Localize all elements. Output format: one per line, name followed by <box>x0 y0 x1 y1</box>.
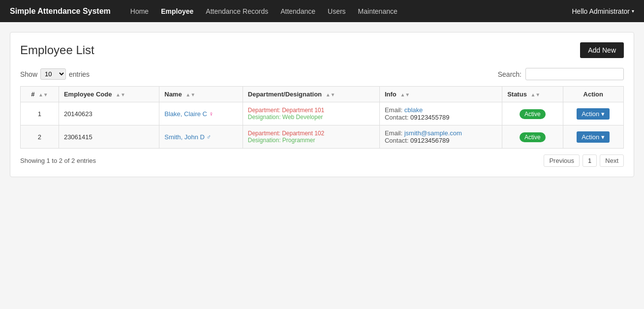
nav-link-attendance-records[interactable]: Attendance Records <box>201 2 273 20</box>
cell-name-0: Blake, Claire C ♀ <box>159 102 243 125</box>
table-header-row: # ▲▼ Employee Code ▲▼ Name ▲▼ Department… <box>21 87 624 102</box>
user-dropdown-arrow: ▾ <box>632 8 634 14</box>
cell-dept-0: Department: Department 101 Designation: … <box>243 102 379 125</box>
nav-item-attendance[interactable]: Attendance <box>276 2 320 20</box>
action-dropdown-arrow-0: ▾ <box>601 110 605 118</box>
dept-line-1: Department: Department 102 <box>248 130 374 137</box>
page-title: Employee List <box>20 43 94 57</box>
pagination: Previous 1 Next <box>544 154 624 167</box>
cell-status-1: Active <box>502 125 563 149</box>
action-button-0[interactable]: Action ▾ <box>577 108 610 120</box>
desig-line-0: Designation: Web Developer <box>248 114 374 121</box>
search-box: Search: <box>498 68 624 80</box>
employee-table: # ▲▼ Employee Code ▲▼ Name ▲▼ Department… <box>20 86 624 149</box>
entries-label: entries <box>69 70 90 78</box>
info-contact-1: Contact: 09123456789 <box>385 137 497 144</box>
sort-icon-dept: ▲▼ <box>326 92 336 97</box>
sort-icon-name: ▲▼ <box>185 92 195 97</box>
user-menu[interactable]: Hello Administrator ▾ <box>572 7 635 15</box>
next-button[interactable]: Next <box>600 154 624 167</box>
main-content: Employee List Add New Show 10 25 50 100 … <box>0 22 644 187</box>
info-contact-0: Contact: 09123455789 <box>385 114 497 121</box>
info-email-1: Email: jsmith@sample.com <box>385 129 497 137</box>
cell-code-0: 20140623 <box>59 102 159 125</box>
nav-link-home[interactable]: Home <box>125 2 153 20</box>
desig-line-1: Designation: Programmer <box>248 137 374 144</box>
show-label: Show <box>20 70 37 78</box>
info-email-0: Email: cblake <box>385 106 497 114</box>
nav-link-maintenance[interactable]: Maintenance <box>353 2 402 20</box>
table-body: 1 20140623 Blake, Claire C ♀ Department:… <box>21 102 624 149</box>
current-page: 1 <box>583 154 597 167</box>
status-badge-0: Active <box>520 109 546 119</box>
table-footer: Showing 1 to 2 of 2 entries Previous 1 N… <box>20 154 624 167</box>
nav-item-attendance-records[interactable]: Attendance Records <box>201 2 273 20</box>
app-brand: Simple Attendance System <box>10 7 111 16</box>
gender-icon-1: ♂ <box>207 133 212 141</box>
col-info[interactable]: Info ▲▼ <box>379 87 502 102</box>
action-dropdown-arrow-1: ▾ <box>601 133 605 141</box>
nav-link-attendance[interactable]: Attendance <box>276 2 320 20</box>
entries-select[interactable]: 10 25 50 100 <box>40 68 66 80</box>
action-button-1[interactable]: Action ▾ <box>577 131 610 143</box>
table-row: 1 20140623 Blake, Claire C ♀ Department:… <box>21 102 624 125</box>
employee-name-link-0[interactable]: Blake, Claire C <box>164 110 207 118</box>
nav-menu: Home Employee Attendance Records Attenda… <box>125 2 572 20</box>
search-label: Search: <box>498 70 521 78</box>
user-greeting: Hello Administrator <box>572 7 630 15</box>
card-header: Employee List Add New <box>20 42 624 58</box>
col-dept-desig[interactable]: Department/Designation ▲▼ <box>243 87 379 102</box>
cell-num-1: 2 <box>21 125 59 149</box>
col-employee-code[interactable]: Employee Code ▲▼ <box>59 87 159 102</box>
sort-icon-info: ▲▼ <box>400 92 410 97</box>
cell-code-1: 23061415 <box>59 125 159 149</box>
col-name[interactable]: Name ▲▼ <box>159 87 243 102</box>
col-status[interactable]: Status ▲▼ <box>502 87 563 102</box>
add-new-button[interactable]: Add New <box>580 42 624 58</box>
employee-name-link-1[interactable]: Smith, John D <box>164 133 205 141</box>
dept-line-0: Department: Department 101 <box>248 107 374 114</box>
col-num[interactable]: # ▲▼ <box>21 87 59 102</box>
nav-link-employee[interactable]: Employee <box>156 2 198 20</box>
previous-button[interactable]: Previous <box>544 154 580 167</box>
cell-dept-1: Department: Department 102 Designation: … <box>243 125 379 149</box>
nav-item-maintenance[interactable]: Maintenance <box>353 2 402 20</box>
sort-icon-num: ▲▼ <box>38 92 48 97</box>
sort-icon-status: ▲▼ <box>530 92 540 97</box>
navbar: Simple Attendance System Home Employee A… <box>0 0 644 22</box>
search-input[interactable] <box>525 68 624 80</box>
cell-name-1: Smith, John D ♂ <box>159 125 243 149</box>
cell-info-0: Email: cblake Contact: 09123455789 <box>379 102 502 125</box>
status-badge-1: Active <box>520 132 546 142</box>
cell-status-0: Active <box>502 102 563 125</box>
cell-action-1: Action ▾ <box>563 125 623 149</box>
gender-icon-0: ♀ <box>209 110 214 118</box>
nav-link-users[interactable]: Users <box>323 2 351 20</box>
table-row: 2 23061415 Smith, John D ♂ Department: D… <box>21 125 624 149</box>
sort-icon-code: ▲▼ <box>116 92 125 97</box>
cell-action-0: Action ▾ <box>563 102 623 125</box>
nav-item-users[interactable]: Users <box>323 2 351 20</box>
employee-list-card: Employee List Add New Show 10 25 50 100 … <box>10 32 634 177</box>
nav-item-employee[interactable]: Employee <box>156 2 198 20</box>
cell-num-0: 1 <box>21 102 59 125</box>
cell-info-1: Email: jsmith@sample.com Contact: 091234… <box>379 125 502 149</box>
controls-row: Show 10 25 50 100 entries Search: <box>20 68 624 80</box>
show-entries-control: Show 10 25 50 100 entries <box>20 68 90 80</box>
col-action: Action <box>563 87 623 102</box>
entries-info: Showing 1 to 2 of 2 entries <box>20 157 96 164</box>
nav-item-home[interactable]: Home <box>125 2 153 20</box>
